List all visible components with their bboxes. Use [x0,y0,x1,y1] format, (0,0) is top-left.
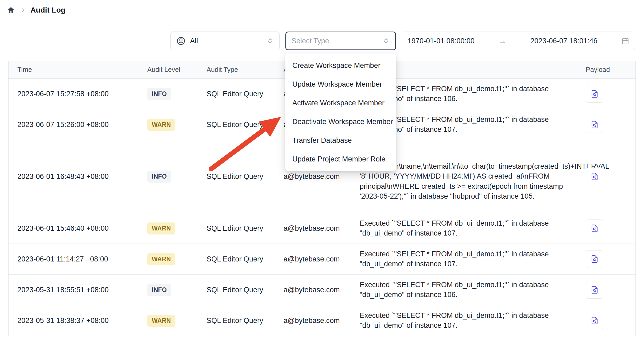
date-range-end: 2023-06-07 18:01:46 [530,37,598,45]
dropdown-item[interactable]: Transfer Database [285,131,396,150]
cell-audit-type: SQL Editor Query [207,172,284,181]
document-search-icon [590,316,599,325]
cell-time: 2023-06-01 16:48:43 +08:00 [9,172,147,181]
page-title: Audit Log [30,6,65,14]
document-search-icon [590,255,599,264]
actor-filter-value: All [190,37,198,45]
cell-comment: Executed `"SELECT * FROM db_ui_demo.t1;"… [360,311,577,331]
chevron-up-down-icon [266,37,274,45]
filter-bar: All Select Type 1970-01-01 08:00:00 → 20… [170,32,635,50]
cell-actor: a@bytebase.com [284,286,360,294]
payload-button[interactable] [586,281,603,299]
cell-time: 2023-06-07 15:26:00 +08:00 [9,121,147,129]
cell-actor: a@bytebase.com [284,172,360,181]
audit-level-badge: WARN [147,315,175,327]
dropdown-item[interactable]: Deactivate Workspace Member [285,112,396,131]
audit-type-select[interactable]: Select Type [285,32,396,50]
audit-level-badge: WARN [147,222,175,234]
audit-level-badge: INFO [147,171,171,183]
arrow-right-icon: → [498,36,506,45]
cell-time: 2023-06-01 11:14:27 +08:00 [9,255,147,263]
document-search-icon [590,89,599,98]
cell-actor: a@bytebase.com [284,255,360,263]
dropdown-item[interactable]: Create Workspace Member [285,56,396,75]
payload-button[interactable] [586,168,603,185]
date-range-start: 1970-01-01 08:00:00 [408,37,475,45]
column-header-audit-type: Audit Type [207,66,284,74]
user-circle-icon [176,36,186,46]
cell-time: 2023-05-31 18:38:37 +08:00 [9,317,147,325]
payload-button[interactable] [586,219,603,237]
table-row: 2023-06-01 15:46:40 +08:00 WARN SQL Edit… [9,213,635,244]
document-search-icon [590,172,599,181]
column-header-audit-level: Audit Level [147,66,207,74]
cell-actor: a@bytebase.com [284,317,360,325]
document-search-icon [590,285,599,294]
table-row: 2023-05-31 18:38:37 +08:00 WARN SQL Edit… [9,305,635,336]
audit-level-badge: INFO [147,284,171,296]
document-search-icon [590,224,599,233]
payload-button[interactable] [586,312,603,329]
cell-audit-type: SQL Editor Query [207,121,284,129]
audit-type-dropdown: Create Workspace Member Update Workspace… [285,53,396,171]
cell-time: 2023-05-31 18:55:51 +08:00 [9,286,147,294]
cell-audit-type: SQL Editor Query [207,255,284,263]
cell-time: 2023-06-07 15:27:58 +08:00 [9,90,147,98]
chevron-right-icon [20,7,26,13]
home-icon[interactable] [7,6,15,14]
date-range-picker[interactable]: 1970-01-01 08:00:00 → 2023-06-07 18:01:4… [402,32,635,50]
cell-audit-type: SQL Editor Query [207,317,284,325]
dropdown-item[interactable]: Update Project Member Role [285,150,396,168]
cell-audit-type: SQL Editor Query [207,286,284,294]
column-header-payload: Payload [577,66,635,74]
cell-actor: a@bytebase.com [284,224,360,233]
dropdown-item[interactable]: Update Workspace Member [285,75,396,94]
calendar-icon [621,37,629,45]
audit-level-badge: WARN [147,119,175,131]
cell-audit-type: SQL Editor Query [207,90,284,98]
payload-button[interactable] [586,250,603,268]
cell-audit-type: SQL Editor Query [207,224,284,233]
cell-comment: Executed `"SELECT * FROM db_ui_demo.t1;"… [360,218,577,238]
audit-level-badge: WARN [147,253,175,265]
audit-level-badge: INFO [147,88,171,100]
cell-time: 2023-06-01 15:46:40 +08:00 [9,224,147,233]
actor-filter-select[interactable]: All [170,32,280,50]
payload-button[interactable] [586,116,603,133]
column-header-time: Time [9,66,147,74]
audit-type-placeholder: Select Type [292,37,329,45]
dropdown-item[interactable]: Activate Workspace Member [285,94,396,112]
table-row: 2023-05-31 18:55:51 +08:00 INFO SQL Edit… [9,275,635,305]
chevron-up-down-icon [382,37,390,45]
breadcrumb: Audit Log [7,6,65,14]
cell-comment: Executed `"SELECT * FROM db_ui_demo.t1;"… [360,280,577,300]
payload-button[interactable] [586,85,603,103]
table-row: 2023-06-01 11:14:27 +08:00 WARN SQL Edit… [9,244,635,275]
document-search-icon [590,120,599,129]
cell-comment: Executed `"SELECT * FROM db_ui_demo.t1;"… [360,249,577,269]
